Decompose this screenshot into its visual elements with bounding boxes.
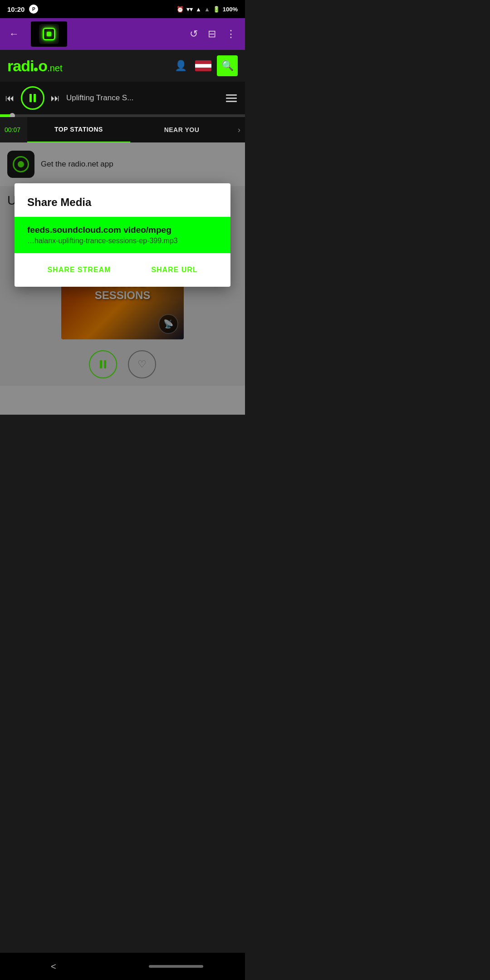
radio-logo-dot <box>34 68 38 71</box>
url-block[interactable]: feeds.soundcloud.com video/mpeg …halanx-… <box>15 217 230 253</box>
pause-bar-right <box>34 94 36 102</box>
search-button[interactable]: 🔍 <box>217 55 238 76</box>
play-pause-button[interactable] <box>21 86 44 110</box>
dialog-title: Share Media <box>15 183 230 217</box>
user-icon[interactable]: 👤 <box>172 57 190 74</box>
menu-line-2 <box>226 98 237 99</box>
player-bar: ⏮ ⏭ Uplifting Trance S... <box>0 82 245 114</box>
reload-button[interactable]: ↺ <box>187 25 201 43</box>
status-right: ⏰ ▾▾ ▲ ▲ 🔋 100% <box>176 6 238 13</box>
status-time: 10:20 <box>7 5 24 13</box>
flag-icon[interactable] <box>195 60 211 71</box>
content-wrapper: Get the radio.net app Uplifting Trance S… <box>0 142 245 415</box>
browser-toolbar: ← ↺ ⊟ ⋮ <box>0 18 245 50</box>
flag-red-bot <box>195 68 211 71</box>
search-icon: 🔍 <box>221 60 234 72</box>
url-sub: …halanx-uplifting-trance-sessions-ep-399… <box>27 237 218 245</box>
more-button[interactable]: ⋮ <box>223 25 239 43</box>
radio-logo-net: .net <box>47 63 62 74</box>
track-name: Uplifting Trance S... <box>66 93 217 103</box>
share-media-dialog: Share Media feeds.soundcloud.com video/m… <box>15 183 230 287</box>
app-logo-icon <box>39 24 59 44</box>
back-button[interactable]: ← <box>6 25 22 43</box>
time-display: 00:07 <box>0 117 27 142</box>
tab-top-stations[interactable]: TOP STATIONS <box>27 117 130 142</box>
dialog-actions: SHARE STREAM SHARE URL <box>15 253 230 287</box>
radio-logo: radi o .net <box>7 57 63 75</box>
radio-logo-text: radi <box>7 57 34 75</box>
status-bar: 10:20 P ⏰ ▾▾ ▲ ▲ 🔋 100% <box>0 0 245 18</box>
signal-x-icon: ▲ <box>204 6 210 13</box>
radio-logo-o: o <box>38 57 47 75</box>
radio-header: radi o .net 👤 🔍 <box>0 50 245 82</box>
menu-line-1 <box>226 94 237 96</box>
tab-near-you[interactable]: NEAR YOU <box>130 117 233 142</box>
pause-bar-left <box>29 94 32 102</box>
menu-line-3 <box>226 101 237 102</box>
flag-white-mid <box>195 64 211 68</box>
flag-red-top <box>195 60 211 64</box>
share-stream-button[interactable]: SHARE STREAM <box>42 262 116 278</box>
pause-icon <box>29 94 36 102</box>
logo-shape <box>43 28 55 40</box>
alarm-icon: ⏰ <box>176 6 184 13</box>
next-button[interactable]: ⏭ <box>51 93 60 103</box>
prev-button[interactable]: ⏮ <box>5 93 15 103</box>
share-url-button[interactable]: SHARE URL <box>146 262 203 278</box>
battery-icon: 🔋 <box>213 6 220 13</box>
signal-icon: ▲ <box>196 6 201 13</box>
cast-button[interactable]: ⊟ <box>205 25 219 43</box>
battery-percent: 100% <box>223 6 238 13</box>
tabs-bar: 00:07 TOP STATIONS NEAR YOU › <box>0 117 245 142</box>
wifi-icon: ▾▾ <box>186 6 193 13</box>
tab-chevron-icon[interactable]: › <box>233 125 245 135</box>
status-left: 10:20 P <box>7 5 38 14</box>
pandora-icon: P <box>29 5 38 14</box>
browser-logo <box>31 21 67 47</box>
url-main: feeds.soundcloud.com video/mpeg <box>27 225 218 235</box>
queue-menu-button[interactable] <box>223 92 240 105</box>
browser-actions: ↺ ⊟ ⋮ <box>187 25 239 43</box>
